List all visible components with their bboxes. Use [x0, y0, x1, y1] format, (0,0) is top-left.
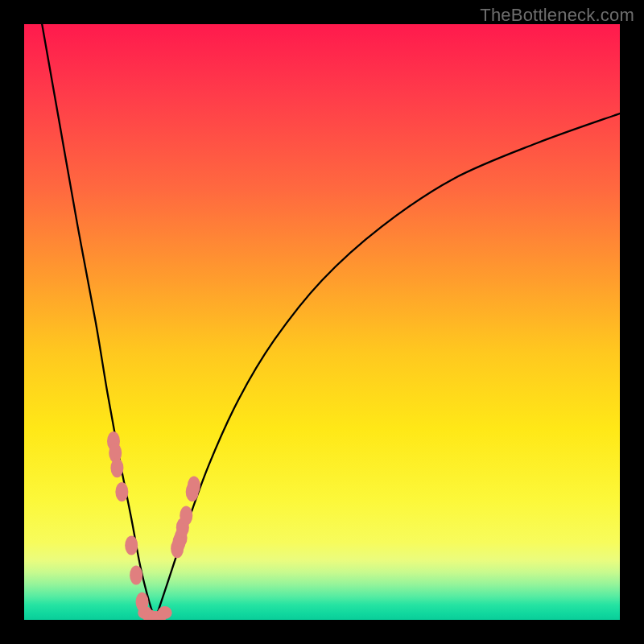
data-point	[110, 458, 123, 477]
data-points	[107, 431, 200, 620]
curve-layer	[24, 24, 620, 620]
chart-frame: TheBottleneck.com	[0, 0, 644, 644]
data-point	[115, 482, 128, 502]
watermark-text: TheBottleneck.com	[480, 5, 634, 26]
bottleneck-curve-left	[42, 24, 155, 620]
data-point	[158, 606, 172, 619]
plot-area	[24, 24, 620, 620]
data-point	[180, 506, 192, 526]
data-point	[188, 477, 200, 496]
bottleneck-curve-right	[155, 114, 620, 620]
data-point	[130, 566, 142, 585]
data-point	[125, 536, 138, 555]
